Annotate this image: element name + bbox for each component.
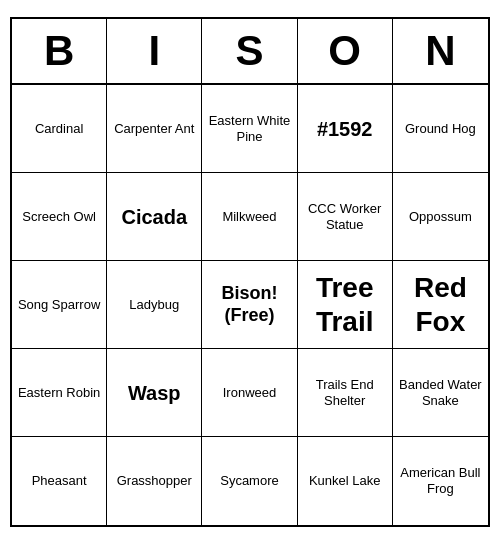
bingo-cell: American Bull Frog (393, 437, 488, 525)
header-letter: N (393, 19, 488, 83)
header-letter: S (202, 19, 297, 83)
bingo-cell: Ironweed (202, 349, 297, 437)
bingo-cell: Bison! (Free) (202, 261, 297, 349)
bingo-card: BISON CardinalCarpenter AntEastern White… (10, 17, 490, 527)
bingo-cell: Tree Trail (298, 261, 393, 349)
bingo-cell: Ladybug (107, 261, 202, 349)
bingo-cell: Wasp (107, 349, 202, 437)
bingo-cell: Pheasant (12, 437, 107, 525)
bingo-cell: Screech Owl (12, 173, 107, 261)
bingo-cell: Eastern White Pine (202, 85, 297, 173)
bingo-cell: Kunkel Lake (298, 437, 393, 525)
bingo-cell: Cardinal (12, 85, 107, 173)
bingo-cell: Cicada (107, 173, 202, 261)
bingo-cell: Sycamore (202, 437, 297, 525)
bingo-header: BISON (12, 19, 488, 85)
bingo-cell: Banded Water Snake (393, 349, 488, 437)
bingo-cell: Song Sparrow (12, 261, 107, 349)
bingo-grid: CardinalCarpenter AntEastern White Pine#… (12, 85, 488, 525)
bingo-cell: CCC Worker Statue (298, 173, 393, 261)
bingo-cell: Carpenter Ant (107, 85, 202, 173)
bingo-cell: Ground Hog (393, 85, 488, 173)
bingo-cell: #1592 (298, 85, 393, 173)
bingo-cell: Oppossum (393, 173, 488, 261)
bingo-cell: Grasshopper (107, 437, 202, 525)
bingo-cell: Trails End Shelter (298, 349, 393, 437)
bingo-cell: Eastern Robin (12, 349, 107, 437)
header-letter: B (12, 19, 107, 83)
bingo-cell: Milkweed (202, 173, 297, 261)
header-letter: O (298, 19, 393, 83)
bingo-cell: Red Fox (393, 261, 488, 349)
header-letter: I (107, 19, 202, 83)
